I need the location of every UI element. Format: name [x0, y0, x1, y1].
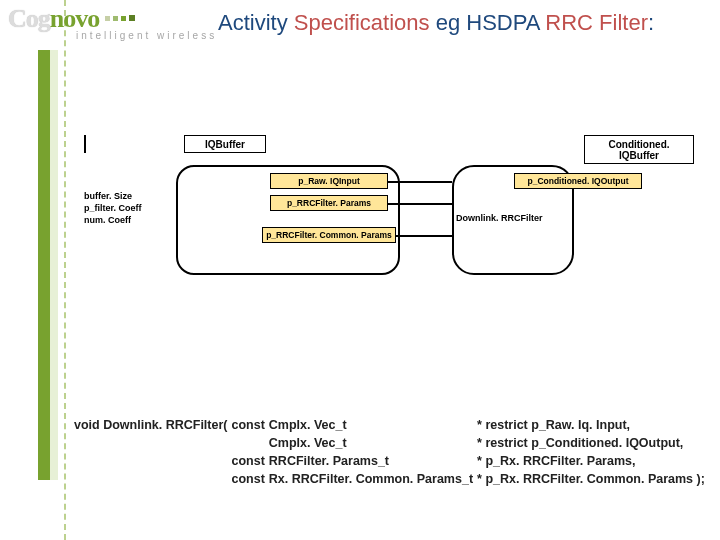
page-title: Activity Specifications eg HSDPA RRC Fil… — [218, 6, 654, 36]
iq-buffer-box: IQBuffer — [184, 135, 266, 153]
connector — [396, 235, 452, 237]
pin-rrc-filter-params: p_RRCFilter. Params — [270, 195, 388, 211]
logo: Cognovo intelligent wireless — [0, 6, 218, 41]
pin-conditioned-output: p_Conditioned. IQOutput — [514, 173, 642, 189]
function-signature: void Downlink. RRCFilter( const Cmplx. V… — [72, 380, 707, 506]
downlink-filter-label: Downlink. RRCFilter — [456, 213, 543, 223]
connector — [84, 144, 86, 153]
conditioned-buffer-box: Conditioned. IQBuffer — [584, 135, 694, 164]
pin-rrc-common-params: p_RRCFilter. Common. Params — [262, 227, 396, 243]
logo-text-1: Cog — [8, 4, 50, 34]
pin-raw-iq-input: p_Raw. IQInput — [270, 173, 388, 189]
logo-dots-icon — [105, 15, 135, 24]
connector — [388, 181, 452, 183]
connector — [388, 203, 452, 205]
connector — [84, 135, 86, 144]
param-labels: buffer. Size p_filter. Coeff num. Coeff — [84, 190, 142, 226]
activity-diagram: IQBuffer Conditioned. IQBuffer buffer. S… — [84, 135, 694, 295]
side-accent-bar — [38, 50, 58, 480]
